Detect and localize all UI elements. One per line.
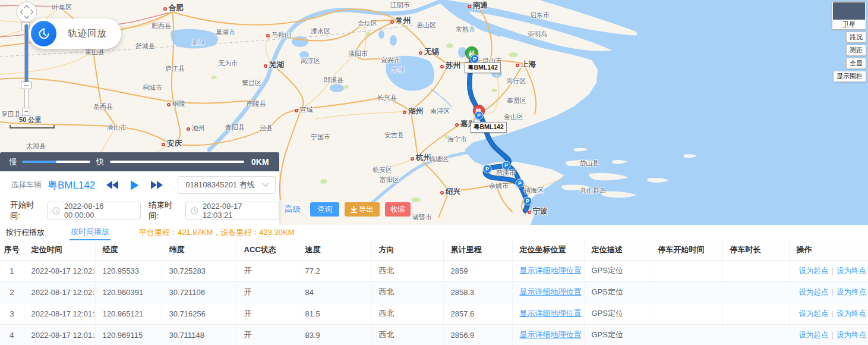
parking-marker[interactable]: P — [523, 197, 532, 206]
show-detail-location-link[interactable]: 显示详细地理位置 — [520, 309, 582, 318]
map-control-label: 全显 — [850, 59, 863, 67]
map-control-label: 路况 — [850, 33, 863, 40]
col-direction: 方向 — [371, 240, 443, 260]
end-time-input[interactable]: 2022-08-17 12:03:21 — [185, 202, 279, 219]
device-select-value: 018108345201 有线 — [185, 180, 262, 190]
export-label: 导出 — [359, 205, 374, 215]
vehicle-plate-link[interactable]: 粤BML142 — [48, 178, 95, 192]
tabs: 按行程播放 按时间播放 平台里程：421.87KM，设备里程：423.30KM — [0, 225, 868, 240]
map-control-label: 显示围栏 — [837, 73, 863, 80]
history-clock-icon — [31, 21, 56, 46]
time-row: 开始时间: 2022-08-16 00:00:00 结束时间: 2022-08-… — [0, 199, 279, 222]
parking-marker[interactable]: P — [502, 161, 511, 170]
zoom-track[interactable] — [24, 24, 29, 112]
ops-separator: | — [832, 309, 834, 318]
set-start-link[interactable]: 设为起点 — [799, 331, 829, 339]
ops-separator: | — [832, 266, 834, 275]
chevron-down-icon — [262, 183, 269, 187]
collapse-button[interactable]: 收缩 — [385, 202, 411, 217]
speed-bar: 慢 快 0KM — [0, 152, 279, 171]
set-start-link[interactable]: 设为起点 — [799, 266, 829, 275]
download-arrow-icon — [351, 206, 357, 213]
show-detail-location-link[interactable]: 显示详细地理位置 — [520, 266, 582, 275]
parking-marker[interactable]: P — [516, 179, 525, 188]
table-row: 12022-08-17 12:02:56120.9553330.725283开7… — [0, 260, 868, 281]
map-control-button[interactable]: 路况 — [846, 32, 866, 43]
progress-slider[interactable] — [110, 161, 244, 163]
vehicle-plate-label: 粤BML142 — [465, 62, 501, 73]
export-button[interactable]: 导出 — [345, 202, 380, 217]
play-button[interactable] — [130, 180, 139, 190]
set-end-link[interactable]: 设为终点 — [837, 288, 866, 296]
zoom-fill — [25, 24, 28, 83]
vehicle-row: 选择车辆 粤BML142 018108345201 有线 — [0, 171, 279, 199]
compass-pan-control[interactable] — [15, 1, 38, 23]
clock-icon — [52, 207, 60, 215]
action-buttons: 高级 查询 导出 收缩 — [285, 202, 411, 217]
gps-records-table: 序号 定位时间 经度 纬度 ACC状态 速度 方向 累计里程 定位坐标位置 定位… — [0, 240, 868, 345]
col-acc: ACC状态 — [236, 240, 298, 260]
set-end-link[interactable]: 设为终点 — [837, 331, 866, 339]
speed-slow-label: 慢 — [10, 156, 17, 167]
clock-icon — [191, 207, 198, 215]
set-start-link[interactable]: 设为起点 — [799, 309, 829, 318]
track-playback-badge: 轨迹回放 — [29, 18, 121, 49]
ops-separator: | — [832, 330, 834, 339]
table-body: 12022-08-17 12:02:56120.9553330.725283开7… — [0, 260, 868, 345]
map-control-label: 测距 — [850, 46, 863, 54]
skip-back-button[interactable] — [106, 180, 119, 190]
zoom-slider-handle[interactable] — [21, 81, 31, 89]
query-button[interactable]: 查询 — [310, 202, 339, 217]
device-select[interactable]: 018108345201 有线 — [178, 176, 276, 194]
zoom-out-button[interactable]: − — [22, 108, 30, 116]
distance-label: 0KM — [251, 157, 269, 167]
show-detail-location-link[interactable]: 显示详细地理位置 — [520, 330, 582, 339]
speed-slider[interactable] — [23, 161, 90, 163]
col-lng: 经度 — [95, 240, 162, 260]
tab-play-by-trip[interactable]: 按行程播放 — [5, 225, 46, 240]
set-start-link[interactable]: 设为起点 — [799, 288, 829, 296]
start-time-value: 2022-08-16 00:00:00 — [64, 202, 135, 219]
mileage-stats: 平台里程：421.87KM，设备里程：423.30KM — [139, 227, 295, 238]
start-time-input[interactable]: 2022-08-16 00:00:00 — [47, 202, 141, 219]
parking-marker[interactable]: P — [475, 111, 484, 120]
map-control-button[interactable]: 全显 — [846, 58, 866, 69]
satellite-thumbnail — [833, 2, 865, 20]
col-speed: 速度 — [298, 240, 371, 260]
col-mileage: 累计里程 — [443, 240, 512, 260]
col-stop-duration: 停车时长 — [722, 240, 789, 260]
map-type-controls: 卫星路况测距全显显示围栏 — [832, 1, 866, 84]
table-row: 22022-08-17 12:02:26120.96039130.721106开… — [0, 281, 868, 303]
map-scale-label: 50 公里 — [19, 115, 55, 124]
tab-play-by-time[interactable]: 按时间播放 — [70, 225, 111, 240]
satellite-toggle[interactable]: 卫星 — [832, 1, 866, 30]
map-control-label: 卫星 — [832, 20, 866, 29]
map-control-button[interactable]: 测距 — [846, 45, 866, 56]
track-playback-screen: 叶集区六安霍山县舒城县桐城市岳西县潜山市罗田县太湖县安庆合肥肥西县庐江县巢湖市巢… — [0, 0, 868, 345]
set-end-link[interactable]: 设为终点 — [837, 309, 866, 318]
start-time-label: 开始时间: — [10, 200, 42, 221]
select-vehicle-label: 选择车辆 — [11, 180, 42, 190]
map-scale-bar — [10, 125, 55, 128]
col-desc: 定位描述 — [584, 240, 651, 260]
speed-fast-label: 快 — [96, 156, 104, 167]
parking-marker[interactable]: P — [483, 165, 492, 174]
map-control-button[interactable]: 显示围栏 — [833, 71, 866, 82]
advanced-link[interactable]: 高级 — [285, 204, 301, 215]
col-time: 定位时间 — [24, 240, 95, 260]
end-time-value: 2022-08-17 12:03:21 — [203, 202, 274, 219]
col-actions: 操作 — [789, 240, 868, 260]
map-scale: 50 公里 — [10, 115, 55, 128]
col-location: 定位坐标位置 — [512, 240, 584, 260]
skip-forward-button[interactable] — [150, 180, 163, 190]
table-header-row: 序号 定位时间 经度 纬度 ACC状态 速度 方向 累计里程 定位坐标位置 定位… — [0, 240, 868, 260]
end-time-label: 结束时间: — [149, 200, 181, 221]
col-lat: 纬度 — [162, 240, 236, 260]
set-end-link[interactable]: 设为终点 — [837, 266, 866, 275]
vehicle-plate-label: 粤BML142 — [471, 122, 507, 133]
table-row: 42022-08-17 12:01:26120.96911530.711148开… — [0, 324, 868, 345]
speed-slider-fill — [23, 161, 56, 163]
col-seq: 序号 — [0, 240, 24, 260]
ops-separator: | — [832, 287, 834, 296]
show-detail-location-link[interactable]: 显示详细地理位置 — [520, 287, 582, 296]
